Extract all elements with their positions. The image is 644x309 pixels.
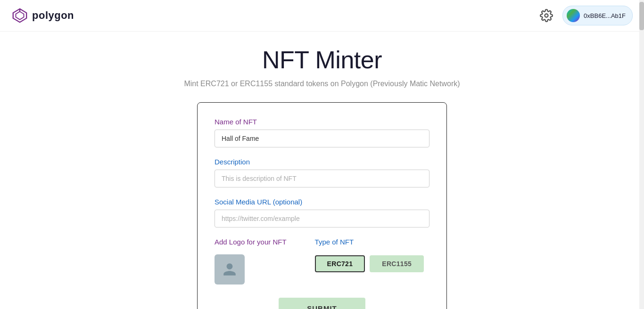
scrollbar[interactable] (639, 0, 644, 309)
wallet-address-text: 0xBB6E...Ab1F (584, 12, 626, 19)
name-group: Name of NFT (215, 118, 429, 147)
svg-marker-1 (16, 11, 24, 19)
type-label: Type of NFT (315, 238, 424, 246)
form-card: Name of NFT Description Social Media URL… (197, 102, 447, 309)
logo-upload-button[interactable] (215, 254, 245, 285)
person-icon (222, 262, 237, 277)
gear-icon (540, 9, 553, 22)
logo-text: polygon (32, 9, 74, 22)
wallet-avatar-icon (567, 9, 580, 22)
type-section: Type of NFT ERC721 ERC1155 (315, 238, 424, 272)
submit-row: SUBMIT (215, 298, 429, 309)
header-right: 0xBB6E...Ab1F (538, 6, 633, 25)
name-input[interactable] (215, 130, 429, 147)
page-subtitle: Mint ERC721 or ERC1155 standard tokens o… (184, 80, 460, 88)
description-group: Description (215, 158, 429, 187)
description-label: Description (215, 158, 429, 166)
bottom-row: Add Logo for your NFT Type of NFT ERC721… (215, 238, 429, 285)
page-title: NFT Minter (262, 46, 382, 74)
erc1155-button[interactable]: ERC1155 (370, 255, 424, 272)
submit-button[interactable]: SUBMIT (279, 298, 365, 309)
social-label: Social Media URL (optional) (215, 198, 429, 206)
polygon-logo-icon (11, 7, 28, 24)
erc721-button[interactable]: ERC721 (315, 255, 365, 272)
svg-point-3 (545, 14, 548, 17)
social-input[interactable] (215, 210, 429, 228)
name-label: Name of NFT (215, 118, 429, 126)
logo-area: polygon (11, 7, 74, 24)
logo-label: Add Logo for your NFT (215, 238, 287, 246)
wallet-badge[interactable]: 0xBB6E...Ab1F (562, 6, 633, 25)
scrollbar-thumb[interactable] (639, 2, 644, 30)
main-content: NFT Minter Mint ERC721 or ERC1155 standa… (0, 32, 644, 309)
type-buttons: ERC721 ERC1155 (315, 255, 424, 272)
settings-button[interactable] (538, 7, 555, 24)
header: polygon 0xBB6E...Ab1F (0, 0, 644, 32)
description-input[interactable] (215, 170, 429, 187)
logo-section: Add Logo for your NFT (215, 238, 287, 285)
social-group: Social Media URL (optional) (215, 198, 429, 228)
